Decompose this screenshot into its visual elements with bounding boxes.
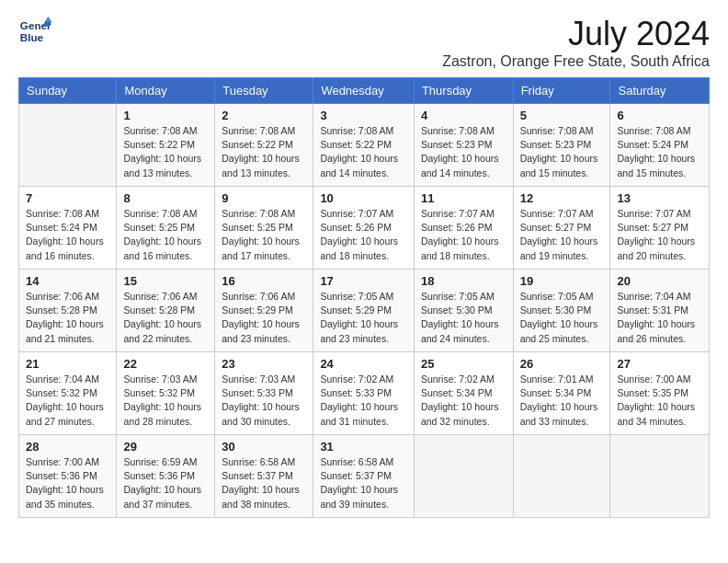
calendar-day-cell: 2Sunrise: 7:08 AMSunset: 5:22 PMDaylight… [215, 104, 313, 187]
calendar-day-cell: 1Sunrise: 7:08 AMSunset: 5:22 PMDaylight… [117, 104, 215, 187]
location-title: Zastron, Orange Free State, South Africa [442, 53, 710, 70]
day-info: Sunrise: 7:08 AMSunset: 5:24 PMDaylight:… [26, 207, 109, 263]
weekday-header-wednesday: Wednesday [313, 78, 415, 104]
calendar-week-row: 7Sunrise: 7:08 AMSunset: 5:24 PMDaylight… [19, 187, 710, 270]
day-info: Sunrise: 7:08 AMSunset: 5:25 PMDaylight:… [222, 207, 306, 263]
calendar-week-row: 21Sunrise: 7:04 AMSunset: 5:32 PMDayligh… [19, 352, 710, 435]
weekday-header-row: SundayMondayTuesdayWednesdayThursdayFrid… [19, 78, 710, 104]
day-info: Sunrise: 7:08 AMSunset: 5:22 PMDaylight:… [320, 124, 407, 180]
day-number: 16 [222, 274, 306, 288]
day-number: 26 [520, 357, 604, 371]
calendar-week-row: 14Sunrise: 7:06 AMSunset: 5:28 PMDayligh… [19, 270, 710, 352]
day-number: 18 [421, 274, 506, 288]
day-number: 20 [617, 274, 702, 288]
day-info: Sunrise: 7:00 AMSunset: 5:35 PMDaylight:… [617, 373, 702, 429]
calendar-day-cell: 29Sunrise: 6:59 AMSunset: 5:36 PMDayligh… [117, 435, 215, 518]
title-area: July 2024 Zastron, Orange Free State, So… [442, 15, 710, 70]
day-number: 7 [26, 191, 109, 205]
day-number: 9 [222, 191, 306, 205]
day-info: Sunrise: 7:01 AMSunset: 5:34 PMDaylight:… [520, 373, 604, 429]
day-number: 31 [320, 440, 407, 454]
empty-day-cell [414, 435, 513, 518]
day-info: Sunrise: 7:08 AMSunset: 5:23 PMDaylight:… [421, 124, 506, 180]
day-info: Sunrise: 7:07 AMSunset: 5:27 PMDaylight:… [520, 207, 604, 263]
calendar-day-cell: 28Sunrise: 7:00 AMSunset: 5:36 PMDayligh… [19, 435, 117, 518]
day-info: Sunrise: 7:07 AMSunset: 5:27 PMDaylight:… [617, 207, 702, 263]
day-number: 3 [320, 109, 407, 122]
logo-icon: General Blue [18, 15, 51, 48]
day-info: Sunrise: 7:08 AMSunset: 5:25 PMDaylight:… [123, 207, 208, 263]
calendar-day-cell: 27Sunrise: 7:00 AMSunset: 5:35 PMDayligh… [610, 352, 710, 435]
calendar-day-cell: 21Sunrise: 7:04 AMSunset: 5:32 PMDayligh… [19, 352, 117, 435]
weekday-header-thursday: Thursday [414, 78, 513, 104]
day-number: 29 [123, 440, 208, 454]
calendar-day-cell: 8Sunrise: 7:08 AMSunset: 5:25 PMDaylight… [117, 187, 215, 270]
calendar-day-cell: 13Sunrise: 7:07 AMSunset: 5:27 PMDayligh… [610, 187, 710, 270]
day-info: Sunrise: 7:08 AMSunset: 5:23 PMDaylight:… [520, 124, 604, 180]
day-info: Sunrise: 7:06 AMSunset: 5:28 PMDaylight:… [123, 290, 208, 346]
day-number: 13 [617, 191, 702, 205]
calendar-day-cell: 19Sunrise: 7:05 AMSunset: 5:30 PMDayligh… [513, 270, 610, 352]
day-number: 30 [222, 440, 306, 454]
day-info: Sunrise: 7:05 AMSunset: 5:30 PMDaylight:… [421, 290, 506, 346]
calendar-week-row: 28Sunrise: 7:00 AMSunset: 5:36 PMDayligh… [19, 435, 710, 518]
weekday-header-tuesday: Tuesday [215, 78, 313, 104]
calendar-day-cell: 18Sunrise: 7:05 AMSunset: 5:30 PMDayligh… [414, 270, 513, 352]
logo: General Blue [18, 15, 51, 48]
day-number: 14 [26, 274, 109, 288]
day-info: Sunrise: 7:04 AMSunset: 5:32 PMDaylight:… [26, 373, 109, 429]
day-number: 10 [320, 191, 407, 205]
day-number: 4 [421, 109, 506, 122]
calendar-day-cell: 16Sunrise: 7:06 AMSunset: 5:29 PMDayligh… [215, 270, 313, 352]
day-number: 2 [222, 109, 306, 122]
calendar-day-cell: 6Sunrise: 7:08 AMSunset: 5:24 PMDaylight… [610, 104, 710, 187]
page-header: General Blue July 2024 Zastron, Orange F… [18, 15, 710, 70]
day-info: Sunrise: 6:58 AMSunset: 5:37 PMDaylight:… [222, 455, 306, 511]
day-info: Sunrise: 7:03 AMSunset: 5:32 PMDaylight:… [123, 373, 208, 429]
calendar-day-cell: 3Sunrise: 7:08 AMSunset: 5:22 PMDaylight… [313, 104, 415, 187]
day-number: 27 [617, 357, 702, 371]
day-info: Sunrise: 7:07 AMSunset: 5:26 PMDaylight:… [421, 207, 506, 263]
calendar-table: SundayMondayTuesdayWednesdayThursdayFrid… [18, 77, 710, 518]
calendar-day-cell: 5Sunrise: 7:08 AMSunset: 5:23 PMDaylight… [513, 104, 610, 187]
day-info: Sunrise: 7:05 AMSunset: 5:30 PMDaylight:… [520, 290, 604, 346]
empty-day-cell [610, 435, 710, 518]
calendar-day-cell: 12Sunrise: 7:07 AMSunset: 5:27 PMDayligh… [513, 187, 610, 270]
empty-day-cell [513, 435, 610, 518]
day-number: 17 [320, 274, 407, 288]
day-number: 24 [320, 357, 407, 371]
day-info: Sunrise: 7:05 AMSunset: 5:29 PMDaylight:… [320, 290, 407, 346]
day-info: Sunrise: 7:08 AMSunset: 5:22 PMDaylight:… [123, 124, 208, 180]
day-info: Sunrise: 7:06 AMSunset: 5:29 PMDaylight:… [222, 290, 306, 346]
day-info: Sunrise: 7:00 AMSunset: 5:36 PMDaylight:… [26, 455, 109, 511]
weekday-header-saturday: Saturday [610, 78, 710, 104]
day-info: Sunrise: 7:06 AMSunset: 5:28 PMDaylight:… [26, 290, 109, 346]
day-number: 15 [123, 274, 208, 288]
calendar-day-cell: 7Sunrise: 7:08 AMSunset: 5:24 PMDaylight… [19, 187, 117, 270]
day-info: Sunrise: 7:08 AMSunset: 5:22 PMDaylight:… [222, 124, 306, 180]
calendar-day-cell: 24Sunrise: 7:02 AMSunset: 5:33 PMDayligh… [313, 352, 415, 435]
calendar-day-cell: 30Sunrise: 6:58 AMSunset: 5:37 PMDayligh… [215, 435, 313, 518]
day-info: Sunrise: 7:04 AMSunset: 5:31 PMDaylight:… [617, 290, 702, 346]
month-title: July 2024 [442, 15, 710, 53]
calendar-day-cell: 26Sunrise: 7:01 AMSunset: 5:34 PMDayligh… [513, 352, 610, 435]
day-number: 6 [617, 109, 702, 122]
weekday-header-monday: Monday [117, 78, 215, 104]
day-number: 5 [520, 109, 604, 122]
weekday-header-friday: Friday [513, 78, 610, 104]
calendar-day-cell: 23Sunrise: 7:03 AMSunset: 5:33 PMDayligh… [215, 352, 313, 435]
calendar-day-cell: 11Sunrise: 7:07 AMSunset: 5:26 PMDayligh… [414, 187, 513, 270]
calendar-day-cell: 14Sunrise: 7:06 AMSunset: 5:28 PMDayligh… [19, 270, 117, 352]
weekday-header-sunday: Sunday [19, 78, 117, 104]
day-info: Sunrise: 7:07 AMSunset: 5:26 PMDaylight:… [320, 207, 407, 263]
calendar-day-cell: 9Sunrise: 7:08 AMSunset: 5:25 PMDaylight… [215, 187, 313, 270]
day-number: 22 [123, 357, 208, 371]
day-info: Sunrise: 7:02 AMSunset: 5:34 PMDaylight:… [421, 373, 506, 429]
svg-text:Blue: Blue [20, 31, 44, 43]
day-number: 21 [26, 357, 109, 371]
empty-day-cell [19, 104, 117, 187]
calendar-day-cell: 10Sunrise: 7:07 AMSunset: 5:26 PMDayligh… [313, 187, 415, 270]
day-number: 1 [123, 109, 208, 122]
day-number: 19 [520, 274, 604, 288]
calendar-day-cell: 15Sunrise: 7:06 AMSunset: 5:28 PMDayligh… [117, 270, 215, 352]
